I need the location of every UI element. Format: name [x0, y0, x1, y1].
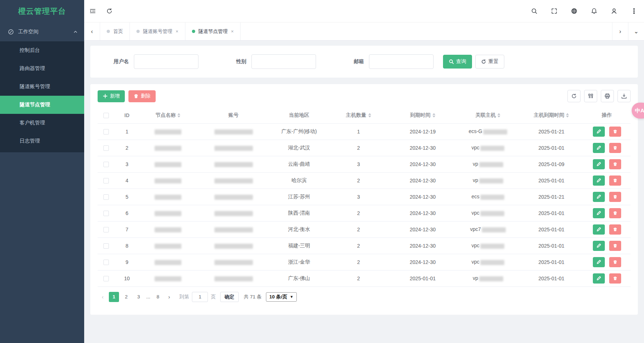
- sort-carets-icon[interactable]: [177, 113, 180, 117]
- username-input[interactable]: [134, 54, 198, 69]
- column-header-7[interactable]: 主机到期时间: [520, 107, 583, 123]
- print-icon[interactable]: [601, 90, 614, 102]
- row-delete-button[interactable]: [609, 159, 621, 169]
- cell-expire-date: 2024-12-30: [389, 221, 456, 237]
- delete-button[interactable]: 删除: [128, 90, 156, 102]
- row-checkbox[interactable]: [103, 178, 109, 183]
- sort-carets-icon[interactable]: [432, 113, 435, 117]
- sort-carets-icon[interactable]: [566, 113, 569, 117]
- goto-confirm-button[interactable]: 确定: [220, 292, 239, 302]
- cell-region: 哈尔滨: [270, 172, 328, 189]
- tabbar-spacer: [241, 22, 612, 40]
- edit-button[interactable]: [593, 208, 605, 218]
- sidebar-group-workspace[interactable]: 工作空间: [0, 22, 84, 41]
- tab-close-icon[interactable]: ×: [231, 29, 234, 34]
- collapse-sidebar-icon[interactable]: [84, 0, 101, 22]
- sidebar-item-5[interactable]: 日志管理: [0, 132, 84, 150]
- redacted-node-name: [155, 227, 181, 232]
- edit-button[interactable]: [593, 127, 605, 137]
- edit-button[interactable]: [593, 143, 605, 153]
- tab-0[interactable]: 首页: [100, 22, 130, 40]
- bell-icon[interactable]: [584, 0, 604, 22]
- page-button-1[interactable]: 1: [109, 292, 119, 302]
- add-button[interactable]: 新增: [98, 90, 125, 102]
- tabs-prev-icon[interactable]: ‹: [84, 22, 100, 40]
- refresh-table-icon[interactable]: [567, 90, 581, 102]
- edit-button[interactable]: [593, 192, 605, 202]
- select-all-checkbox[interactable]: [103, 113, 109, 118]
- columns-icon[interactable]: [584, 90, 597, 102]
- search-button[interactable]: 查询: [443, 55, 472, 69]
- more-icon[interactable]: [624, 0, 644, 22]
- sidebar-item-2[interactable]: 隧道账号管理: [0, 78, 84, 96]
- edit-button[interactable]: [593, 273, 605, 284]
- sidebar-item-1[interactable]: 路由器管理: [0, 59, 84, 78]
- page-button-2[interactable]: 2: [121, 292, 131, 302]
- edit-button[interactable]: [593, 175, 605, 186]
- linked-host-prefix: vpc: [472, 243, 480, 248]
- refresh-page-icon[interactable]: [101, 0, 118, 22]
- page-button-3[interactable]: 3: [134, 292, 144, 302]
- column-header-4[interactable]: 主机数量: [328, 107, 389, 123]
- row-checkbox[interactable]: [103, 276, 109, 281]
- pager-ellipsis[interactable]: ...: [146, 294, 150, 299]
- gender-input[interactable]: [251, 54, 316, 69]
- page-next-icon[interactable]: ›: [164, 292, 174, 302]
- sort-carets-icon[interactable]: [497, 113, 500, 117]
- row-select-cell: [98, 270, 115, 286]
- row-delete-button[interactable]: [609, 175, 621, 186]
- email-input[interactable]: [369, 54, 434, 69]
- row-checkbox[interactable]: [103, 211, 109, 216]
- cell-expire-date: 2024-12-30: [389, 156, 456, 172]
- tabs-next-icon[interactable]: ›: [612, 22, 628, 40]
- row-checkbox[interactable]: [103, 260, 109, 265]
- cell-account: [197, 172, 270, 189]
- tab-close-icon[interactable]: ×: [176, 29, 179, 34]
- sidebar-item-3[interactable]: 隧道节点管理: [0, 96, 84, 114]
- cell-host-count: 2: [328, 221, 389, 237]
- row-checkbox[interactable]: [103, 162, 109, 167]
- row-delete-button[interactable]: [609, 143, 621, 153]
- sidebar-item-0[interactable]: 控制后台: [0, 41, 84, 59]
- edit-button[interactable]: [593, 224, 605, 235]
- row-checkbox[interactable]: [103, 243, 109, 249]
- reset-button[interactable]: 重置: [475, 55, 504, 69]
- search-icon[interactable]: [524, 0, 544, 22]
- sort-carets-icon[interactable]: [368, 113, 371, 117]
- row-delete-button[interactable]: [609, 208, 621, 218]
- row-delete-button[interactable]: [609, 257, 621, 267]
- row-checkbox[interactable]: [103, 129, 109, 135]
- tab-2[interactable]: 隧道节点管理×: [185, 22, 241, 40]
- export-icon[interactable]: [618, 90, 631, 102]
- goto-page-input[interactable]: [192, 292, 208, 302]
- row-delete-button[interactable]: [609, 273, 621, 284]
- tabs-more-icon[interactable]: ⌄: [628, 22, 644, 40]
- sidebar-item-4[interactable]: 客户机管理: [0, 114, 84, 132]
- globe-icon[interactable]: [564, 0, 584, 22]
- user-icon[interactable]: [604, 0, 624, 22]
- row-checkbox[interactable]: [103, 145, 109, 151]
- row-delete-button[interactable]: [609, 127, 621, 137]
- edit-button[interactable]: [593, 159, 605, 169]
- column-header-5[interactable]: 到期时间: [389, 107, 456, 123]
- form-group-username: 用户名: [114, 54, 198, 69]
- fullscreen-icon[interactable]: [544, 0, 564, 22]
- row-checkbox[interactable]: [103, 194, 109, 200]
- edit-button[interactable]: [593, 241, 605, 251]
- page-prev-icon[interactable]: ‹: [98, 292, 108, 302]
- page-button-8[interactable]: 8: [153, 292, 163, 302]
- column-header-6[interactable]: 关联主机: [456, 107, 520, 123]
- row-delete-button[interactable]: [609, 241, 621, 251]
- cell-host-count: 3: [328, 189, 389, 205]
- row-delete-button[interactable]: [609, 192, 621, 202]
- page-size-select[interactable]: 10 条/页 ▼: [266, 292, 296, 302]
- row-delete-button[interactable]: [609, 224, 621, 235]
- column-header-2: 账号: [197, 107, 270, 123]
- tab-1[interactable]: 隧道账号管理×: [130, 22, 185, 40]
- row-select-cell: [98, 205, 115, 221]
- column-header-1[interactable]: 节点名称: [139, 107, 197, 123]
- edit-button[interactable]: [593, 257, 605, 267]
- table-row: 1 广东-广州(移动) 1 2024-12-19 ecs-G 2025-01-2…: [98, 123, 631, 140]
- cell-linked-host: vpc: [456, 205, 520, 221]
- row-checkbox[interactable]: [103, 227, 109, 232]
